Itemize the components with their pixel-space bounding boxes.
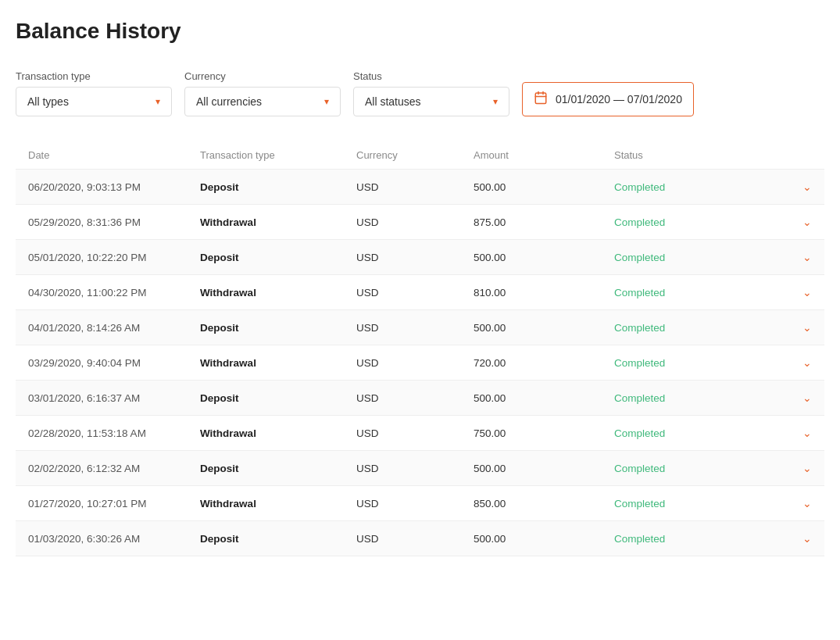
cell-date: 02/28/2020, 11:53:18 AM bbox=[28, 427, 200, 439]
status-badge: Completed bbox=[614, 463, 665, 474]
cell-date: 05/01/2020, 10:22:20 PM bbox=[28, 252, 200, 263]
expand-row-icon[interactable]: ⌄ bbox=[802, 216, 812, 228]
table-row[interactable]: 02/02/2020, 6:12:32 AM Deposit USD 500.0… bbox=[16, 451, 824, 486]
status-badge: Completed bbox=[614, 392, 665, 404]
status-filter: Status All statuses ▾ bbox=[353, 70, 509, 116]
table-row[interactable]: 06/20/2020, 9:03:13 PM Deposit USD 500.0… bbox=[16, 170, 824, 205]
cell-date: 01/03/2020, 6:30:26 AM bbox=[28, 533, 200, 545]
cell-currency: USD bbox=[356, 463, 474, 474]
expand-row-icon[interactable]: ⌄ bbox=[802, 251, 812, 263]
status-chevron-icon: ▾ bbox=[493, 96, 498, 107]
transactions-table: Date Transaction type Currency Amount St… bbox=[16, 141, 824, 556]
cell-amount: 500.00 bbox=[474, 252, 614, 263]
expand-row-icon[interactable]: ⌄ bbox=[802, 321, 812, 334]
cell-date: 04/30/2020, 11:00:22 PM bbox=[28, 287, 200, 299]
cell-type: Withdrawal bbox=[200, 287, 356, 299]
date-range-spacer bbox=[522, 66, 694, 77]
transaction-type-select[interactable]: All types ▾ bbox=[16, 87, 172, 116]
expand-row-icon[interactable]: ⌄ bbox=[802, 497, 812, 509]
status-badge: Completed bbox=[614, 216, 665, 228]
cell-currency: USD bbox=[356, 216, 474, 228]
cell-type: Deposit bbox=[200, 322, 356, 334]
col-currency: Currency bbox=[356, 149, 474, 161]
cell-currency: USD bbox=[356, 252, 474, 263]
currency-chevron-icon: ▾ bbox=[324, 96, 329, 107]
expand-row-icon[interactable]: ⌄ bbox=[802, 532, 812, 545]
cell-type: Deposit bbox=[200, 181, 356, 193]
expand-row-icon[interactable]: ⌄ bbox=[802, 427, 812, 439]
date-range-filter: 01/01/2020 — 07/01/2020 bbox=[522, 66, 694, 116]
transaction-type-label: Transaction type bbox=[16, 70, 172, 82]
currency-label: Currency bbox=[184, 70, 341, 82]
cell-currency: USD bbox=[356, 498, 474, 509]
table-row[interactable]: 05/01/2020, 10:22:20 PM Deposit USD 500.… bbox=[16, 240, 824, 275]
cell-type: Withdrawal bbox=[200, 357, 356, 369]
table-row[interactable]: 05/29/2020, 8:31:36 PM Withdrawal USD 87… bbox=[16, 205, 824, 240]
cell-date: 06/20/2020, 9:03:13 PM bbox=[28, 181, 200, 193]
cell-type: Withdrawal bbox=[200, 427, 356, 439]
cell-amount: 810.00 bbox=[474, 287, 614, 299]
cell-amount: 500.00 bbox=[474, 392, 614, 404]
cell-amount: 500.00 bbox=[474, 533, 614, 545]
table-row[interactable]: 02/28/2020, 11:53:18 AM Withdrawal USD 7… bbox=[16, 416, 824, 451]
table-row[interactable]: 04/01/2020, 8:14:26 AM Deposit USD 500.0… bbox=[16, 310, 824, 345]
cell-currency: USD bbox=[356, 392, 474, 404]
filters-container: Transaction type All types ▾ Currency Al… bbox=[16, 66, 824, 116]
table-row[interactable]: 04/30/2020, 11:00:22 PM Withdrawal USD 8… bbox=[16, 275, 824, 310]
cell-status-container: Completed ⌄ bbox=[614, 462, 812, 474]
cell-type: Deposit bbox=[200, 533, 356, 545]
status-badge: Completed bbox=[614, 498, 665, 509]
status-badge: Completed bbox=[614, 287, 665, 299]
table-body: 06/20/2020, 9:03:13 PM Deposit USD 500.0… bbox=[16, 170, 824, 556]
expand-row-icon[interactable]: ⌄ bbox=[802, 462, 812, 474]
transaction-type-chevron-icon: ▾ bbox=[155, 96, 160, 107]
cell-status-container: Completed ⌄ bbox=[614, 532, 812, 545]
currency-filter: Currency All currencies ▾ bbox=[184, 70, 341, 116]
cell-amount: 875.00 bbox=[474, 216, 614, 228]
status-badge: Completed bbox=[614, 357, 665, 369]
expand-row-icon[interactable]: ⌄ bbox=[802, 392, 812, 404]
col-amount: Amount bbox=[474, 149, 614, 161]
cell-status-container: Completed ⌄ bbox=[614, 181, 812, 193]
table-row[interactable]: 01/03/2020, 6:30:26 AM Deposit USD 500.0… bbox=[16, 521, 824, 556]
expand-row-icon[interactable]: ⌄ bbox=[802, 356, 812, 369]
status-badge: Completed bbox=[614, 427, 665, 439]
cell-currency: USD bbox=[356, 427, 474, 439]
cell-status-container: Completed ⌄ bbox=[614, 251, 812, 263]
cell-type: Withdrawal bbox=[200, 216, 356, 228]
status-select[interactable]: All statuses ▾ bbox=[353, 87, 509, 116]
cell-status-container: Completed ⌄ bbox=[614, 392, 812, 404]
status-value: All statuses bbox=[365, 95, 421, 108]
cell-type: Deposit bbox=[200, 252, 356, 263]
table-row[interactable]: 03/29/2020, 9:40:04 PM Withdrawal USD 72… bbox=[16, 345, 824, 381]
table-header: Date Transaction type Currency Amount St… bbox=[16, 141, 824, 170]
date-range-value: 01/01/2020 — 07/01/2020 bbox=[556, 93, 682, 105]
svg-rect-0 bbox=[535, 93, 546, 104]
cell-amount: 850.00 bbox=[474, 498, 614, 509]
expand-row-icon[interactable]: ⌄ bbox=[802, 286, 812, 299]
status-label: Status bbox=[353, 70, 509, 82]
table-row[interactable]: 01/27/2020, 10:27:01 PM Withdrawal USD 8… bbox=[16, 486, 824, 521]
cell-amount: 500.00 bbox=[474, 322, 614, 334]
cell-currency: USD bbox=[356, 181, 474, 193]
cell-date: 04/01/2020, 8:14:26 AM bbox=[28, 322, 200, 334]
col-date: Date bbox=[28, 149, 200, 161]
cell-status-container: Completed ⌄ bbox=[614, 216, 812, 228]
cell-amount: 500.00 bbox=[474, 463, 614, 474]
expand-row-icon[interactable]: ⌄ bbox=[802, 181, 812, 193]
cell-date: 03/01/2020, 6:16:37 AM bbox=[28, 392, 200, 404]
status-badge: Completed bbox=[614, 252, 665, 263]
cell-currency: USD bbox=[356, 533, 474, 545]
page-container: Balance History Transaction type All typ… bbox=[0, 0, 840, 575]
cell-amount: 500.00 bbox=[474, 181, 614, 193]
date-range-picker[interactable]: 01/01/2020 — 07/01/2020 bbox=[522, 82, 694, 116]
table-row[interactable]: 03/01/2020, 6:16:37 AM Deposit USD 500.0… bbox=[16, 381, 824, 416]
cell-currency: USD bbox=[356, 357, 474, 369]
cell-date: 02/02/2020, 6:12:32 AM bbox=[28, 463, 200, 474]
currency-value: All currencies bbox=[196, 95, 262, 108]
status-badge: Completed bbox=[614, 322, 665, 334]
cell-status-container: Completed ⌄ bbox=[614, 321, 812, 334]
currency-select[interactable]: All currencies ▾ bbox=[184, 87, 341, 116]
page-title: Balance History bbox=[16, 19, 824, 44]
calendar-icon bbox=[534, 91, 548, 108]
